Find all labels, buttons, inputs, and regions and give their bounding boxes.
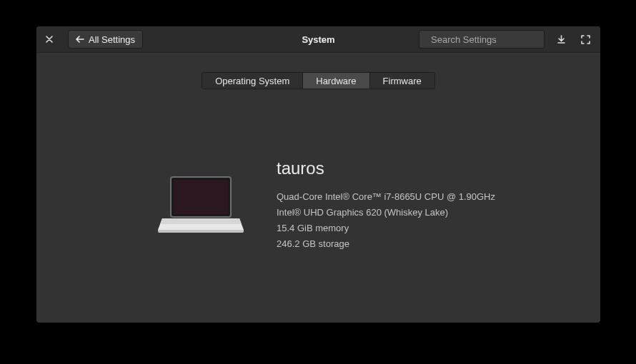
- titlebar: All Settings System: [36, 26, 600, 53]
- tab-operating-system[interactable]: Operating System: [202, 73, 303, 89]
- tab-hardware[interactable]: Hardware: [303, 73, 369, 89]
- laptop-image: [158, 173, 244, 240]
- cpu-spec: Quad-Core Intel® Core™ i7-8665U CPU @ 1.…: [277, 189, 495, 205]
- download-icon: [557, 35, 566, 44]
- back-arrow-icon: [76, 36, 84, 43]
- download-button[interactable]: [553, 31, 569, 47]
- hardware-content: tauros Quad-Core Intel® Core™ i7-8665U C…: [36, 161, 600, 252]
- search-input[interactable]: [429, 34, 552, 46]
- tab-row: Operating System Hardware Firmware: [36, 72, 600, 89]
- tab-group: Operating System Hardware Firmware: [202, 72, 435, 89]
- back-button-label: All Settings: [89, 34, 135, 45]
- system-settings-window: All Settings System Operating System Har…: [36, 26, 600, 323]
- fullscreen-button[interactable]: [577, 31, 593, 47]
- gpu-spec: Intel® UHD Graphics 620 (Whiskey Lake): [277, 205, 495, 221]
- specs: tauros Quad-Core Intel® Core™ i7-8665U C…: [277, 161, 495, 252]
- all-settings-button[interactable]: All Settings: [68, 30, 143, 49]
- close-icon: [46, 36, 53, 43]
- svg-rect-2: [174, 180, 228, 214]
- tab-firmware[interactable]: Firmware: [370, 73, 434, 89]
- storage-spec: 246.2 GB storage: [277, 236, 495, 252]
- svg-rect-3: [158, 230, 244, 233]
- search-container[interactable]: [419, 30, 545, 49]
- close-button[interactable]: [41, 31, 58, 48]
- fullscreen-icon: [581, 35, 590, 44]
- titlebar-right: [419, 30, 600, 49]
- memory-spec: 15.4 GiB memory: [277, 221, 495, 236]
- hostname: tauros: [277, 161, 495, 176]
